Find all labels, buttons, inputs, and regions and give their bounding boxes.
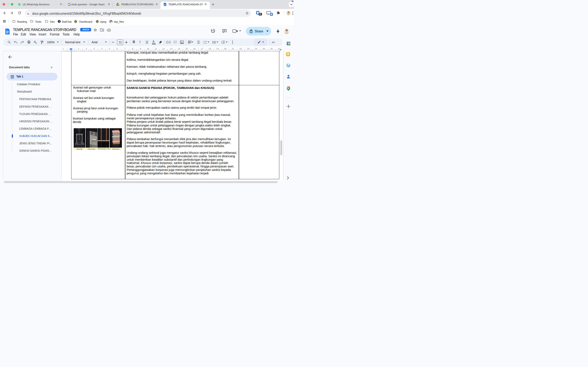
- svg-text:3: 3: [221, 43, 222, 44]
- svg-text:31: 31: [288, 43, 289, 44]
